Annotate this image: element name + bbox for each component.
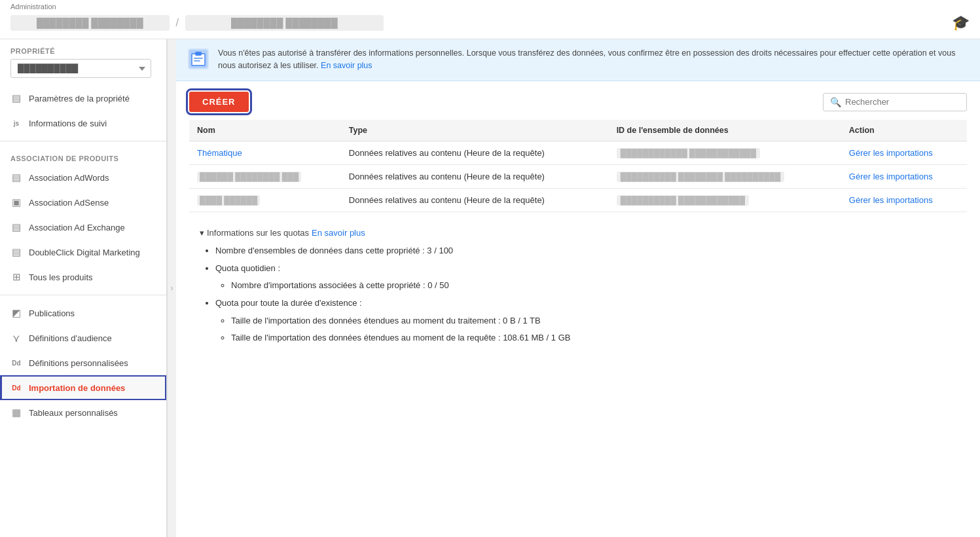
sidebar-item-label: Paramètres de la propriété: [29, 94, 130, 103]
quota-daily-sub: Nombre d'importations associées à cette …: [215, 278, 956, 294]
search-box: 🔍: [823, 93, 967, 111]
quota-title: Informations sur les quotas: [207, 228, 309, 238]
quota-toggle[interactable]: ▾ Informations sur les quotas En savoir …: [200, 228, 956, 238]
table-row: ██████ ████████ ███Données relatives au …: [189, 165, 967, 189]
custom-def-icon: Dd: [10, 357, 22, 369]
breadcrumb-slash: /: [176, 17, 179, 29]
table-cell-name-0[interactable]: Thématique: [189, 141, 341, 165]
table-cell-id-2: ██████████ ████████████: [609, 189, 841, 212]
notice-icon: [187, 47, 210, 73]
publications-icon: ◩: [10, 307, 22, 319]
notice-bar: Vous n'êtes pas autorisé à transférer de…: [176, 39, 980, 81]
quota-lifetime-1: Taille de l'importation des données éten…: [231, 330, 956, 346]
adsense-icon: ▣: [10, 196, 22, 208]
doubleclick-icon: ▤: [10, 246, 22, 258]
sidebar-item-label: Association Ad Exchange: [29, 223, 125, 232]
manage-imports-link-1[interactable]: Gérer les importations: [849, 172, 933, 181]
search-input[interactable]: [845, 97, 960, 107]
adwords-icon: ▤: [10, 172, 22, 183]
svg-rect-4: [194, 58, 203, 59]
sidebar-item-data-import[interactable]: Dd Importation de données: [0, 375, 166, 400]
table-row: ThématiqueDonnées relatives au contenu (…: [189, 141, 967, 165]
custom-tables-icon: ▦: [10, 407, 22, 418]
sidebar-item-suivi[interactable]: js Informations de suivi: [0, 111, 166, 136]
sidebar-item-allproducts[interactable]: ⊞ Tous les produits: [0, 265, 166, 289]
audience-icon: ⋎: [10, 332, 22, 344]
table-cell-action-1[interactable]: Gérer les importations: [841, 165, 967, 189]
quota-section: ▾ Informations sur les quotas En savoir …: [189, 220, 967, 356]
row-name-link-0[interactable]: Thématique: [197, 148, 242, 158]
col-nom: Nom: [189, 120, 341, 141]
sidebar-item-adexchange[interactable]: ▤ Association Ad Exchange: [0, 215, 166, 240]
sidebar-item-label: Importation de données: [29, 383, 125, 393]
sidebar-item-label: Définitions d'audience: [29, 333, 112, 343]
adexchange-icon: ▤: [10, 221, 22, 233]
quota-list: Nombre d'ensembles de données dans cette…: [200, 243, 956, 346]
toolbar: CRÉER 🔍: [189, 92, 967, 112]
search-icon: 🔍: [830, 97, 841, 107]
property-select[interactable]: ██████████: [10, 59, 151, 78]
sidebar-item-adsense[interactable]: ▣ Association AdSense: [0, 190, 166, 215]
table-cell-id-0: ████████████ ████████████: [609, 141, 841, 165]
sidebar-item-label: Informations de suivi: [29, 119, 107, 128]
data-table: Nom Type ID de l'ensemble de données Act…: [189, 120, 967, 212]
sidebar-item-label: Tableaux personnalisés: [29, 408, 118, 418]
notice-text: Vous n'êtes pas autorisé à transférer de…: [218, 47, 970, 72]
property-section-label: PROPRIÉTÉ: [10, 47, 156, 55]
sidebar-item-publications[interactable]: ◩ Publications: [0, 301, 166, 325]
sidebar-item-label: Association AdWords: [29, 173, 109, 183]
sidebar-item-label: Association AdSense: [29, 198, 109, 208]
col-dataset-id: ID de l'ensemble de données: [609, 120, 841, 141]
sidebar-item-custom-tables[interactable]: ▦ Tableaux personnalisés: [0, 400, 166, 425]
breadcrumb-1[interactable]: ████████ ████████: [10, 15, 170, 31]
quota-lifetime-sub: Taille de l'importation des données éten…: [215, 313, 956, 346]
table-cell-action-2[interactable]: Gérer les importations: [841, 189, 967, 212]
quota-learn-more[interactable]: En savoir plus: [312, 228, 365, 238]
sidebar-expand-button[interactable]: ›: [167, 39, 176, 537]
table-cell-type-1: Données relatives au contenu (Heure de l…: [341, 165, 609, 189]
table-cell-type-0: Données relatives au contenu (Heure de l…: [341, 141, 609, 165]
allproducts-icon: ⊞: [10, 271, 22, 283]
sidebar-item-custom-def[interactable]: Dd Définitions personnalisées: [0, 350, 166, 375]
sidebar-item-parametres[interactable]: ▤ Paramètres de la propriété: [0, 86, 166, 111]
parametres-icon: ▤: [10, 92, 22, 104]
table-row: ████ ██████Données relatives au contenu …: [189, 189, 967, 212]
svg-rect-5: [194, 60, 200, 62]
sidebar-item-label: DoubleClick Digital Marketing: [29, 248, 140, 257]
manage-imports-link-0[interactable]: Gérer les importations: [849, 148, 933, 158]
quota-daily-0: Nombre d'importations associées à cette …: [231, 278, 956, 294]
manage-imports-link-2[interactable]: Gérer les importations: [849, 195, 933, 205]
sidebar-item-label: Définitions personnalisées: [29, 358, 128, 368]
quota-lifetime-0: Taille de l'importation des données éten…: [231, 313, 956, 329]
quota-item-2: Quota pour toute la durée d'existence : …: [215, 295, 956, 346]
table-cell-name-1: ██████ ████████ ███: [189, 165, 341, 189]
sidebar-item-audience[interactable]: ⋎ Définitions d'audience: [0, 325, 166, 350]
table-cell-name-2: ████ ██████: [189, 189, 341, 212]
create-button[interactable]: CRÉER: [189, 92, 249, 112]
table-cell-type-2: Données relatives au contenu (Heure de l…: [341, 189, 609, 212]
quota-item-1: Quota quotidien : Nombre d'importations …: [215, 261, 956, 294]
sidebar-item-label: Publications: [29, 308, 75, 318]
col-action: Action: [841, 120, 967, 141]
table-cell-id-1: ██████████ ████████ ██████████: [609, 165, 841, 189]
table-cell-action-0[interactable]: Gérer les importations: [841, 141, 967, 165]
sidebar-item-label: Tous les produits: [29, 272, 93, 282]
admin-label: Administration: [10, 3, 56, 10]
sidebar-item-adwords[interactable]: ▤ Association AdWords: [0, 165, 166, 190]
sidebar-item-doubleclick[interactable]: ▤ DoubleClick Digital Marketing: [0, 240, 166, 265]
notice-learn-more-link[interactable]: En savoir plus: [321, 61, 372, 70]
data-import-icon: Dd: [10, 382, 22, 394]
suivi-icon: js: [10, 117, 22, 129]
col-type: Type: [341, 120, 609, 141]
svg-rect-3: [195, 52, 202, 56]
product-section-label: ASSOCIATION DE PRODUITS: [0, 147, 166, 165]
breadcrumb-2[interactable]: ████████ ████████: [185, 15, 384, 31]
graduation-icon[interactable]: 🎓: [952, 14, 970, 31]
quota-item-0: Nombre d'ensembles de données dans cette…: [215, 243, 956, 259]
